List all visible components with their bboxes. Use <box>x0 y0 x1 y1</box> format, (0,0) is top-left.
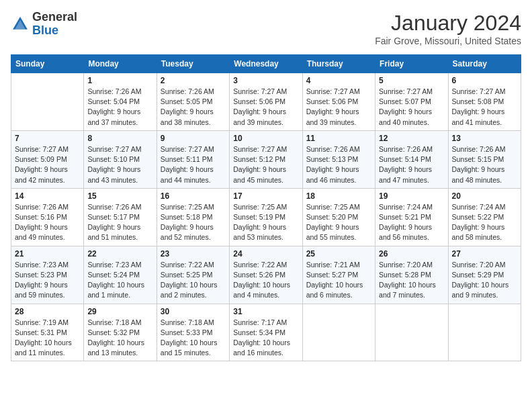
calendar-cell: 3Sunrise: 7:27 AMSunset: 5:06 PMDaylight… <box>230 73 302 131</box>
day-detail: Sunrise: 7:21 AMSunset: 5:27 PMDaylight:… <box>306 260 371 301</box>
calendar-cell: 29Sunrise: 7:18 AMSunset: 5:32 PMDayligh… <box>84 304 157 361</box>
weekday-header: Friday <box>375 55 448 73</box>
weekday-header-row: SundayMondayTuesdayWednesdayThursdayFrid… <box>11 55 521 73</box>
calendar-cell: 13Sunrise: 7:26 AMSunset: 5:15 PMDayligh… <box>448 130 521 188</box>
day-detail: Sunrise: 7:26 AMSunset: 5:16 PMDaylight:… <box>15 202 80 243</box>
day-number: 30 <box>161 307 226 316</box>
day-detail: Sunrise: 7:27 AMSunset: 5:10 PMDaylight:… <box>87 144 152 185</box>
calendar-cell: 7Sunrise: 7:27 AMSunset: 5:09 PMDaylight… <box>11 130 84 188</box>
calendar-cell <box>302 304 375 361</box>
day-detail: Sunrise: 7:19 AMSunset: 5:31 PMDaylight:… <box>15 318 80 359</box>
calendar-cell: 8Sunrise: 7:27 AMSunset: 5:10 PMDaylight… <box>84 130 157 188</box>
calendar-cell: 26Sunrise: 7:20 AMSunset: 5:28 PMDayligh… <box>375 246 448 304</box>
day-detail: Sunrise: 7:18 AMSunset: 5:33 PMDaylight:… <box>161 318 226 359</box>
calendar-cell: 19Sunrise: 7:24 AMSunset: 5:21 PMDayligh… <box>375 188 448 246</box>
calendar-cell: 30Sunrise: 7:18 AMSunset: 5:33 PMDayligh… <box>157 304 229 361</box>
day-detail: Sunrise: 7:27 AMSunset: 5:12 PMDaylight:… <box>233 144 298 185</box>
calendar-cell: 4Sunrise: 7:27 AMSunset: 5:06 PMDaylight… <box>302 73 375 131</box>
day-number: 8 <box>87 134 152 143</box>
calendar-table: SundayMondayTuesdayWednesdayThursdayFrid… <box>11 54 521 361</box>
day-number: 22 <box>87 249 152 259</box>
calendar-cell: 16Sunrise: 7:25 AMSunset: 5:18 PMDayligh… <box>157 188 229 246</box>
calendar-cell: 5Sunrise: 7:27 AMSunset: 5:07 PMDaylight… <box>375 73 448 131</box>
calendar-week-row: 7Sunrise: 7:27 AMSunset: 5:09 PMDaylight… <box>11 130 521 188</box>
weekday-header: Thursday <box>302 55 375 73</box>
day-number: 4 <box>306 76 371 85</box>
calendar-cell: 28Sunrise: 7:19 AMSunset: 5:31 PMDayligh… <box>11 304 84 361</box>
day-number: 23 <box>161 249 226 259</box>
day-number: 27 <box>452 249 517 259</box>
calendar-cell: 22Sunrise: 7:23 AMSunset: 5:24 PMDayligh… <box>84 246 157 304</box>
calendar-cell: 24Sunrise: 7:22 AMSunset: 5:26 PMDayligh… <box>230 246 302 304</box>
day-number: 10 <box>233 134 298 143</box>
day-number: 24 <box>233 249 298 259</box>
calendar-cell: 1Sunrise: 7:26 AMSunset: 5:04 PMDaylight… <box>84 73 157 131</box>
location: Fair Grove, Missouri, United States <box>375 36 521 46</box>
day-detail: Sunrise: 7:20 AMSunset: 5:29 PMDaylight:… <box>452 260 517 301</box>
day-number: 26 <box>379 249 444 259</box>
day-detail: Sunrise: 7:26 AMSunset: 5:05 PMDaylight:… <box>161 87 226 128</box>
day-detail: Sunrise: 7:26 AMSunset: 5:13 PMDaylight:… <box>306 144 371 185</box>
day-number: 2 <box>161 76 226 85</box>
day-number: 13 <box>452 134 517 143</box>
day-detail: Sunrise: 7:18 AMSunset: 5:32 PMDaylight:… <box>87 318 152 359</box>
day-number: 28 <box>15 307 80 316</box>
day-number: 17 <box>233 191 298 201</box>
day-detail: Sunrise: 7:22 AMSunset: 5:26 PMDaylight:… <box>233 260 298 301</box>
day-number: 12 <box>379 134 444 143</box>
weekday-header: Saturday <box>448 55 521 73</box>
calendar-week-row: 21Sunrise: 7:23 AMSunset: 5:23 PMDayligh… <box>11 246 521 304</box>
day-number: 15 <box>87 191 152 201</box>
calendar-cell: 18Sunrise: 7:25 AMSunset: 5:20 PMDayligh… <box>302 188 375 246</box>
day-detail: Sunrise: 7:27 AMSunset: 5:09 PMDaylight:… <box>15 144 80 185</box>
day-detail: Sunrise: 7:24 AMSunset: 5:21 PMDaylight:… <box>379 202 444 243</box>
calendar-cell <box>11 73 84 131</box>
calendar-cell: 23Sunrise: 7:22 AMSunset: 5:25 PMDayligh… <box>157 246 229 304</box>
day-detail: Sunrise: 7:23 AMSunset: 5:24 PMDaylight:… <box>87 260 152 301</box>
day-number: 6 <box>452 76 517 85</box>
day-number: 21 <box>15 249 80 259</box>
calendar-week-row: 28Sunrise: 7:19 AMSunset: 5:31 PMDayligh… <box>11 304 521 361</box>
day-detail: Sunrise: 7:27 AMSunset: 5:06 PMDaylight:… <box>233 87 298 128</box>
day-number: 19 <box>379 191 444 201</box>
day-detail: Sunrise: 7:26 AMSunset: 5:14 PMDaylight:… <box>379 144 444 185</box>
day-detail: Sunrise: 7:26 AMSunset: 5:17 PMDaylight:… <box>87 202 152 243</box>
calendar-cell: 2Sunrise: 7:26 AMSunset: 5:05 PMDaylight… <box>157 73 229 131</box>
weekday-header: Sunday <box>11 55 84 73</box>
page-header: General Blue January 2024 Fair Grove, Mi… <box>11 11 521 46</box>
day-number: 31 <box>233 307 298 316</box>
calendar-cell: 10Sunrise: 7:27 AMSunset: 5:12 PMDayligh… <box>230 130 302 188</box>
day-number: 25 <box>306 249 371 259</box>
day-detail: Sunrise: 7:17 AMSunset: 5:34 PMDaylight:… <box>233 318 298 359</box>
calendar-cell: 6Sunrise: 7:27 AMSunset: 5:08 PMDaylight… <box>448 73 521 131</box>
calendar-cell <box>375 304 448 361</box>
day-number: 29 <box>87 307 152 316</box>
day-number: 3 <box>233 76 298 85</box>
calendar-cell: 14Sunrise: 7:26 AMSunset: 5:16 PMDayligh… <box>11 188 84 246</box>
calendar-week-row: 14Sunrise: 7:26 AMSunset: 5:16 PMDayligh… <box>11 188 521 246</box>
day-detail: Sunrise: 7:27 AMSunset: 5:11 PMDaylight:… <box>161 144 226 185</box>
day-number: 20 <box>452 191 517 201</box>
day-detail: Sunrise: 7:24 AMSunset: 5:22 PMDaylight:… <box>452 202 517 243</box>
calendar-cell: 25Sunrise: 7:21 AMSunset: 5:27 PMDayligh… <box>302 246 375 304</box>
calendar-week-row: 1Sunrise: 7:26 AMSunset: 5:04 PMDaylight… <box>11 73 521 131</box>
weekday-header: Tuesday <box>157 55 229 73</box>
day-detail: Sunrise: 7:25 AMSunset: 5:20 PMDaylight:… <box>306 202 371 243</box>
day-detail: Sunrise: 7:22 AMSunset: 5:25 PMDaylight:… <box>161 260 226 301</box>
day-detail: Sunrise: 7:27 AMSunset: 5:08 PMDaylight:… <box>452 87 517 128</box>
day-number: 11 <box>306 134 371 143</box>
calendar-cell: 20Sunrise: 7:24 AMSunset: 5:22 PMDayligh… <box>448 188 521 246</box>
month-title: January 2024 <box>375 11 521 36</box>
day-number: 9 <box>161 134 226 143</box>
calendar-cell <box>448 304 521 361</box>
day-number: 1 <box>87 76 152 85</box>
day-detail: Sunrise: 7:20 AMSunset: 5:28 PMDaylight:… <box>379 260 444 301</box>
logo-text: General Blue <box>32 11 77 38</box>
day-number: 7 <box>15 134 80 143</box>
day-detail: Sunrise: 7:26 AMSunset: 5:04 PMDaylight:… <box>87 87 152 128</box>
calendar-cell: 31Sunrise: 7:17 AMSunset: 5:34 PMDayligh… <box>230 304 302 361</box>
calendar-cell: 11Sunrise: 7:26 AMSunset: 5:13 PMDayligh… <box>302 130 375 188</box>
calendar-cell: 21Sunrise: 7:23 AMSunset: 5:23 PMDayligh… <box>11 246 84 304</box>
logo: General Blue <box>11 11 77 38</box>
title-block: January 2024 Fair Grove, Missouri, Unite… <box>375 11 521 46</box>
